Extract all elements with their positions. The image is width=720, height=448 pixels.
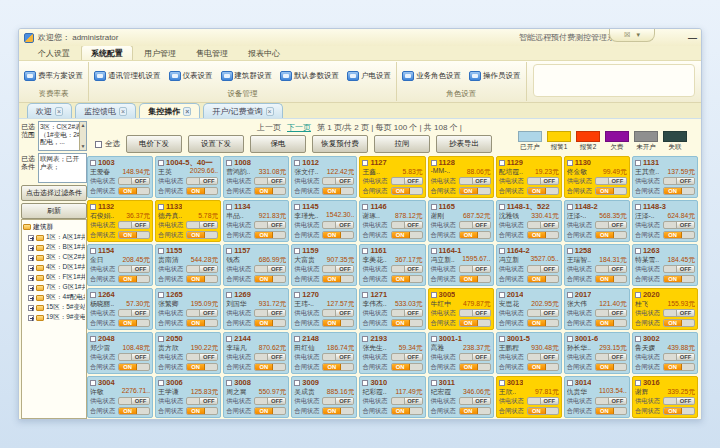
switch-toggle[interactable]: ON bbox=[118, 187, 150, 195]
toolbar-button-5[interactable]: 抄表导出 bbox=[436, 135, 492, 153]
meter-card-1145[interactable]: 1145李瑾先..1542.30..供电状态OFF合闸状态ON bbox=[291, 200, 357, 242]
expand-icon[interactable] bbox=[28, 245, 34, 251]
supply-toggle[interactable]: OFF bbox=[459, 177, 491, 185]
meter-card-1258[interactable]: 1258王瑞智..184.31元供电状态OFF合闸状态ON bbox=[564, 244, 630, 286]
meter-checkbox[interactable] bbox=[567, 248, 573, 254]
meter-card-1269[interactable]: 1269刘国华931.72元供电状态OFF合闸状态ON bbox=[223, 288, 289, 330]
meter-checkbox[interactable] bbox=[294, 248, 300, 254]
switch-toggle[interactable]: ON bbox=[254, 187, 286, 195]
switch-toggle[interactable]: ON bbox=[663, 319, 695, 327]
meter-checkbox[interactable] bbox=[635, 336, 641, 342]
tree-item-8[interactable]: 19区：9#变电站（2... bbox=[28, 313, 85, 322]
tab-2[interactable]: 集控操作× bbox=[139, 103, 200, 118]
switch-toggle[interactable]: ON bbox=[391, 187, 423, 195]
meter-checkbox[interactable] bbox=[635, 380, 641, 386]
toolbar-button-3[interactable]: 恢复预付费 bbox=[312, 135, 368, 153]
meter-checkbox[interactable] bbox=[431, 380, 437, 386]
meter-card-1155[interactable]: 1155贵南清544.28元供电状态OFF合闸状态ON bbox=[155, 244, 221, 286]
meter-card-1159[interactable]: 1159大富贵907.35元供电状态OFF合闸状态ON bbox=[291, 244, 357, 286]
meter-card-1148-1、522[interactable]: 1148-1、522沈雅钱330.41元供电状态OFF合闸状态ON bbox=[496, 200, 562, 242]
supply-toggle[interactable]: OFF bbox=[459, 397, 491, 405]
meter-card-3014[interactable]: 3014仇贵华1103.54..供电状态OFF合闸状态ON bbox=[564, 376, 630, 418]
meter-card-3016[interactable]: 3016谢辉339.25元供电状态OFF合闸状态ON bbox=[632, 376, 698, 418]
supply-toggle[interactable]: OFF bbox=[254, 221, 286, 229]
expand-icon[interactable] bbox=[28, 235, 34, 241]
switch-toggle[interactable]: ON bbox=[322, 187, 354, 195]
meter-card-1263[interactable]: 1263特某雪..184.45元供电状态OFF合闸状态ON bbox=[632, 244, 698, 286]
menu-item-1[interactable]: 系统配置 bbox=[81, 45, 133, 60]
expand-icon[interactable] bbox=[28, 265, 34, 271]
switch-toggle[interactable]: ON bbox=[527, 187, 559, 195]
supply-toggle[interactable]: OFF bbox=[322, 309, 354, 317]
switch-toggle[interactable]: ON bbox=[322, 275, 354, 283]
meter-card-1154[interactable]: 1154金日208.45元供电状态OFF合闸状态ON bbox=[87, 244, 153, 286]
meter-checkbox[interactable] bbox=[567, 336, 573, 342]
ribbon-button[interactable]: 建筑群设置 bbox=[219, 69, 275, 83]
ribbon-button[interactable]: 户电设置 bbox=[345, 69, 393, 83]
meter-checkbox[interactable] bbox=[294, 380, 300, 386]
supply-toggle[interactable]: OFF bbox=[527, 309, 559, 317]
refresh-button[interactable]: 刷新 bbox=[21, 203, 87, 219]
switch-toggle[interactable]: ON bbox=[595, 275, 627, 283]
range-box[interactable]: 3区：C区2#表（1#变电：2#配电，... ▲▼ bbox=[38, 121, 87, 151]
tree-item-5[interactable]: 7区：G区1#井 bbox=[28, 283, 85, 292]
meter-checkbox[interactable] bbox=[158, 380, 164, 386]
switch-toggle[interactable]: ON bbox=[459, 275, 491, 283]
tab-close-icon[interactable]: × bbox=[119, 107, 127, 116]
supply-toggle[interactable]: OFF bbox=[391, 221, 423, 229]
meter-card-3001-6[interactable]: 3001-6孙长华..293.15元供电状态OFF合闸状态ON bbox=[564, 332, 630, 374]
supply-toggle[interactable]: OFF bbox=[527, 265, 559, 273]
meter-checkbox[interactable] bbox=[431, 204, 437, 210]
supply-toggle[interactable]: OFF bbox=[459, 309, 491, 317]
meter-checkbox[interactable] bbox=[635, 204, 641, 210]
meter-checkbox[interactable] bbox=[362, 248, 368, 254]
switch-toggle[interactable]: ON bbox=[459, 319, 491, 327]
supply-toggle[interactable]: OFF bbox=[186, 177, 218, 185]
toolbar-button-4[interactable]: 拉闸 bbox=[374, 135, 430, 153]
supply-toggle[interactable]: OFF bbox=[595, 309, 627, 317]
supply-toggle[interactable]: OFF bbox=[663, 353, 695, 361]
meter-card-1008[interactable]: 1008曹鸿韵..331.08元供电状态OFF合闸状态ON bbox=[223, 156, 289, 198]
menu-item-0[interactable]: 个人设置 bbox=[29, 46, 79, 60]
meter-card-1270[interactable]: 1270王玮-..127.57元供电状态OFF合闸状态ON bbox=[291, 288, 357, 330]
tree-item-1[interactable]: 2区：B区1#井(B区1... bbox=[28, 243, 85, 252]
supply-toggle[interactable]: OFF bbox=[527, 221, 559, 229]
switch-toggle[interactable]: ON bbox=[527, 363, 559, 371]
menu-item-4[interactable]: 报表中心 bbox=[239, 46, 289, 60]
meter-checkbox[interactable] bbox=[90, 160, 96, 166]
meter-card-2144[interactable]: 2144李瑞凡870.62元供电状态OFF合闸状态ON bbox=[223, 332, 289, 374]
meter-checkbox[interactable] bbox=[362, 336, 368, 342]
switch-toggle[interactable]: ON bbox=[118, 231, 150, 239]
expand-icon[interactable] bbox=[28, 275, 34, 281]
supply-toggle[interactable]: OFF bbox=[459, 353, 491, 361]
meter-checkbox[interactable] bbox=[158, 292, 164, 298]
meter-checkbox[interactable] bbox=[294, 336, 300, 342]
switch-toggle[interactable]: ON bbox=[186, 231, 218, 239]
tab-close-icon[interactable]: × bbox=[266, 107, 274, 116]
meter-checkbox[interactable] bbox=[158, 204, 164, 210]
supply-toggle[interactable]: OFF bbox=[118, 265, 150, 273]
meter-card-1165[interactable]: 1165谢刚687.52元供电状态OFF合闸状态ON bbox=[428, 200, 494, 242]
switch-toggle[interactable]: ON bbox=[391, 363, 423, 371]
supply-toggle[interactable]: OFF bbox=[391, 265, 423, 273]
switch-toggle[interactable]: ON bbox=[595, 231, 627, 239]
meter-card-3008[interactable]: 3008周之翼550.97元供电状态OFF合闸状态ON bbox=[223, 376, 289, 418]
meter-checkbox[interactable] bbox=[294, 204, 300, 210]
switch-toggle[interactable]: ON bbox=[186, 407, 218, 415]
meter-card-3002[interactable]: 3002鲁天媛439.88元供电状态OFF合闸状态ON bbox=[632, 332, 698, 374]
supply-toggle[interactable]: OFF bbox=[663, 309, 695, 317]
meter-card-1129[interactable]: 1129配培霞..19.23元供电状态OFF合闸状态ON bbox=[496, 156, 562, 198]
meter-checkbox[interactable] bbox=[158, 336, 164, 342]
supply-toggle[interactable]: OFF bbox=[663, 221, 695, 229]
meter-card-1132[interactable]: 1132石俊娟..36.37元供电状态OFF合闸状态ON bbox=[87, 200, 153, 242]
meter-card-1161[interactable]: 1161李美花..367.17元供电状态OFF合闸状态ON bbox=[359, 244, 425, 286]
supply-toggle[interactable]: OFF bbox=[459, 221, 491, 229]
meter-checkbox[interactable] bbox=[226, 160, 232, 166]
toolbar-button-0[interactable]: 电价下发 bbox=[126, 135, 182, 153]
meter-card-1265[interactable]: 1265张繁卿195.09元供电状态OFF合闸状态ON bbox=[155, 288, 221, 330]
switch-toggle[interactable]: ON bbox=[322, 319, 354, 327]
switch-toggle[interactable]: ON bbox=[391, 319, 423, 327]
switch-toggle[interactable]: ON bbox=[186, 275, 218, 283]
supply-toggle[interactable]: OFF bbox=[527, 353, 559, 361]
supply-toggle[interactable]: OFF bbox=[595, 221, 627, 229]
